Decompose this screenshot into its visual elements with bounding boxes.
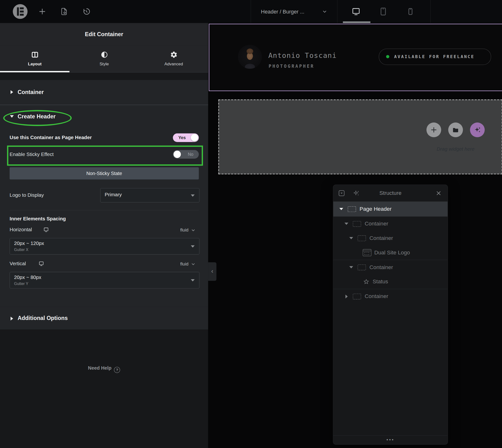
add-widget-button[interactable] (426, 123, 441, 137)
tab-style[interactable]: Style (69, 45, 139, 72)
vertical-unit-value: fluid (180, 261, 188, 266)
history-button[interactable] (82, 7, 91, 16)
container-icon (353, 293, 361, 299)
section-create-header-toggle[interactable]: Create Header (0, 105, 208, 128)
caret-right-icon[interactable] (344, 294, 349, 298)
section-container[interactable]: Container (0, 80, 208, 105)
tab-advanced[interactable]: Advanced (139, 45, 209, 72)
vertical-label: Vertical (10, 261, 26, 266)
app-window: Header / Burger ... (0, 0, 502, 448)
panel-header: Edit Container (0, 23, 208, 46)
section-additional-options-label: Additional Options (18, 315, 68, 321)
structure-row-container[interactable]: Container (333, 217, 448, 231)
caret-down-icon[interactable] (339, 208, 344, 210)
status-badge[interactable]: AVAILABLE FOR FREELANCE (379, 49, 491, 65)
page-settings-button[interactable] (60, 7, 68, 16)
panel-collapse-handle[interactable]: ‹ (208, 262, 216, 281)
structure-row-label: Status (373, 278, 388, 285)
device-mobile-button[interactable] (405, 6, 416, 17)
container-icon (358, 235, 366, 241)
structure-row-label: Container (365, 221, 388, 227)
structure-row-container[interactable]: Container (333, 289, 448, 304)
caret-right-icon (11, 90, 13, 94)
structure-panel: Structure Page Header Container Containe… (333, 184, 448, 444)
drag-widget-hint: Drag widget here (424, 146, 487, 152)
gutter-x-value: 20px ~ 120px (14, 241, 44, 246)
site-logo-icon (363, 249, 371, 256)
top-bar: Header / Burger ... (0, 0, 502, 23)
structure-row-container[interactable]: Container (333, 260, 448, 274)
status-dot-icon (386, 55, 389, 58)
sparkles-icon (473, 126, 481, 134)
need-help-label: Need Help (88, 365, 112, 371)
sticky-toggle-value: No (188, 150, 193, 159)
tab-layout[interactable]: Layout (0, 45, 69, 72)
elementor-logo[interactable] (13, 4, 28, 19)
structure-row-page-header[interactable]: Page Header (333, 202, 448, 217)
structure-row-status[interactable]: Status (333, 274, 448, 289)
select-caret-icon (191, 245, 195, 247)
structure-row-label: Container (369, 264, 393, 271)
page-header-toggle-label: Use this Container as Page Header (10, 135, 92, 140)
close-structure-button[interactable] (435, 189, 442, 197)
panel-title: Edit Container (0, 23, 208, 46)
document-settings-icon (60, 7, 68, 16)
caret-down-icon[interactable] (349, 266, 353, 268)
page-header-toggle-value: Yes (178, 133, 186, 142)
horizontal-label: Horizontal (10, 227, 32, 233)
responsive-desktop-icon[interactable] (43, 227, 49, 233)
non-sticky-state-button[interactable]: Non-Sticky State (10, 167, 199, 179)
add-element-button[interactable] (38, 7, 47, 16)
template-name: Header / Burger ... (261, 0, 304, 23)
panel-tabs: Layout Style Advanced (0, 45, 208, 73)
gutter-y-select[interactable]: 20px ~ 80px Gutter Y (10, 272, 200, 289)
active-tab-indicator (0, 71, 69, 72)
page-header-preview[interactable]: Antonio Toscani PHOTOGRAPHER AVAILABLE F… (209, 24, 502, 91)
active-device-indicator (343, 21, 370, 23)
desktop-icon (351, 6, 361, 17)
structure-row-container[interactable]: Container (333, 231, 448, 245)
plus-icon (38, 7, 47, 16)
caret-down-icon (10, 115, 14, 118)
template-library-button[interactable] (448, 123, 463, 137)
logo-display-select[interactable]: Primary (100, 188, 199, 203)
status-badge-label: AVAILABLE FOR FREELANCE (394, 49, 474, 64)
container-icon (348, 206, 356, 212)
template-switcher[interactable]: Header / Burger ... (251, 0, 337, 23)
gutter-y-value: 20px ~ 80px (14, 274, 41, 280)
edit-container-panel: Edit Container Layout (0, 23, 208, 448)
inner-spacing-heading: Inner Elements Spacing (10, 216, 66, 222)
sticky-toggle[interactable]: No (173, 150, 199, 159)
style-icon (100, 51, 108, 59)
device-tablet-button[interactable] (378, 6, 389, 17)
select-caret-icon (191, 194, 195, 196)
logo-display-value: Primary (105, 192, 122, 198)
need-help-link[interactable]: Need Help? (88, 365, 120, 373)
site-name[interactable]: Antonio Toscani (268, 52, 337, 60)
section-create-header-label: Create Header (18, 113, 55, 120)
responsive-desktop-icon[interactable] (38, 261, 44, 266)
structure-row-dual-site-logo[interactable]: Dual Site Logo (333, 245, 448, 260)
gutter-y-sub: Gutter Y (14, 281, 28, 286)
caret-down-icon[interactable] (344, 223, 349, 225)
structure-row-label: Container (365, 293, 388, 300)
caret-down-icon[interactable] (349, 237, 353, 239)
empty-container-dropzone[interactable]: Drag widget here (218, 100, 502, 174)
tab-style-label: Style (69, 62, 139, 66)
ai-builder-button[interactable] (470, 123, 485, 137)
structure-title: Structure (333, 185, 448, 202)
structure-row-label: Page Header (360, 206, 392, 212)
sticky-toggle-label: Enable Sticky Effect (10, 152, 54, 158)
caret-right-icon (11, 317, 13, 320)
gutter-x-select[interactable]: 20px ~ 120px Gutter X (10, 238, 200, 255)
section-additional-options[interactable]: Additional Options (0, 307, 208, 330)
device-desktop-button[interactable] (351, 6, 362, 17)
chevron-down-icon (191, 263, 195, 265)
page-header-toggle[interactable]: Yes (173, 133, 199, 142)
site-role[interactable]: PHOTOGRAPHER (269, 64, 315, 69)
vertical-unit-dropdown[interactable]: fluid (180, 261, 195, 266)
question-icon: ? (114, 367, 120, 373)
avatar[interactable] (238, 45, 262, 69)
structure-resize-handle[interactable]: ●●● (333, 435, 448, 444)
horizontal-unit-dropdown[interactable]: fluid (180, 227, 195, 232)
